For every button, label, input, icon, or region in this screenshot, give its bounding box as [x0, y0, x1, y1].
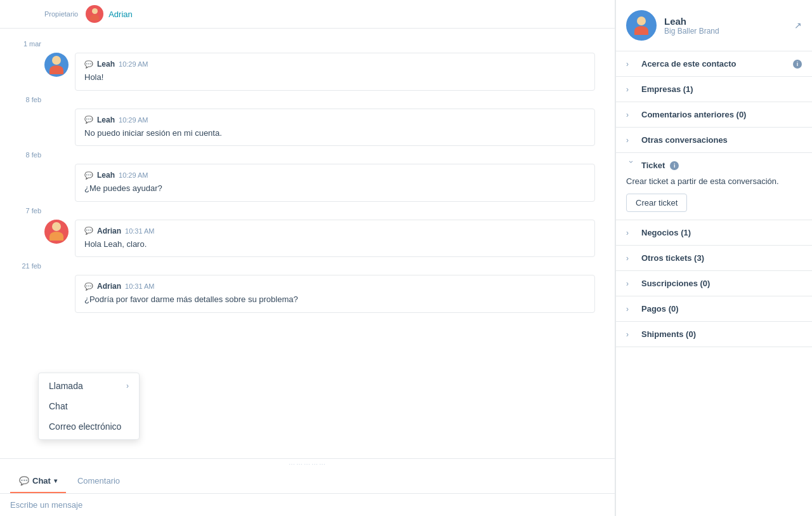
ticket-section-title: Ticket: [641, 161, 665, 170]
section-comentarios[interactable]: › Comentarios anteriores (0): [616, 102, 812, 128]
info-icon-acerca[interactable]: i: [793, 60, 802, 69]
message-bubble-5: 💬 Adrian 10:31 AM ¿Podría por favor darm…: [75, 275, 595, 313]
message-header-3: 💬 Leah 10:29 AM: [84, 171, 586, 180]
date-row-2: 8 feb: [44, 96, 602, 103]
section-title-pagos: Pagos (0): [641, 304, 802, 314]
message-input-placeholder[interactable]: Escribe un mensaje: [0, 494, 615, 516]
message-bubble-4: 💬 Adrian 10:31 AM Hola Leah, claro.: [75, 220, 595, 258]
section-title-shipments: Shipments (0): [641, 329, 802, 339]
message-header-5: 💬 Adrian 10:31 AM: [84, 282, 586, 291]
chat-panel: Propietario Adrian 1 mar 💬: [0, 0, 615, 516]
leah-avatar-1: [44, 53, 69, 77]
external-link-icon[interactable]: ↗: [794, 20, 802, 30]
contact-header: Leah Big Baller Brand ↗: [616, 0, 812, 51]
dropdown-item-correo[interactable]: Correo electrónico: [39, 416, 139, 437]
ticket-description: Crear ticket a partir de esta conversaci…: [626, 176, 802, 186]
chevron-ticket: ›: [627, 161, 636, 171]
empresas-count: (1): [683, 84, 693, 94]
chat-tabs: 💬 Chat ▾ Comentario: [0, 470, 615, 494]
info-icon-ticket[interactable]: i: [670, 161, 679, 170]
message-group-5: 💬 Adrian 10:31 AM ¿Podría por favor darm…: [44, 275, 602, 313]
owner-name-link[interactable]: Adrian: [108, 10, 133, 19]
section-pagos[interactable]: › Pagos (0): [616, 296, 812, 322]
message-author-1: Leah: [97, 60, 115, 69]
dropdown-label-correo: Correo electrónico: [49, 421, 121, 432]
owner-row: Propietario Adrian: [0, 0, 615, 29]
message-bubble-3: 💬 Leah 10:29 AM ¿Me puedes ayudar?: [75, 164, 595, 202]
section-otras[interactable]: › Otras conversaciones: [616, 128, 812, 153]
message-group-1: 💬 Leah 10:29 AM Hola!: [44, 53, 602, 91]
contact-company: Big Baller Brand: [664, 27, 787, 36]
chat-icon-5: 💬: [84, 282, 93, 291]
date-label-2: 8 feb: [10, 96, 41, 103]
chevron-empresas: ›: [626, 85, 636, 94]
chevron-comentarios: ›: [626, 110, 636, 119]
chat-icon-4: 💬: [84, 227, 93, 235]
chat-icon-2: 💬: [84, 116, 93, 124]
chat-input-area: ⋯⋯⋯⋯⋯ 💬 Chat ▾ Comentario Escribe un men…: [0, 458, 615, 516]
create-ticket-button[interactable]: Crear ticket: [626, 194, 687, 212]
message-time-1: 10:29 AM: [119, 60, 148, 68]
dropdown-item-llamada[interactable]: Llamada ›: [39, 376, 139, 396]
message-time-4: 10:31 AM: [125, 227, 154, 235]
chat-tab-icon: 💬: [19, 476, 29, 486]
date-label-3: 8 feb: [10, 151, 41, 159]
contact-name: Leah: [664, 16, 787, 27]
section-title-otros-tickets: Otros tickets (3): [641, 253, 802, 263]
chat-icon-3: 💬: [84, 171, 93, 180]
dropdown-label-llamada: Llamada: [49, 381, 83, 391]
message-text-1: Hola!: [84, 71, 586, 84]
tab-chat[interactable]: 💬 Chat ▾: [10, 470, 66, 493]
section-title-comentarios: Comentarios anteriores (0): [641, 110, 802, 119]
comentarios-count: (0): [737, 110, 747, 119]
message-author-3: Leah: [97, 171, 115, 180]
message-bubble-2: 💬 Leah 10:29 AM No puedo iniciar sesión …: [75, 109, 595, 147]
section-empresas[interactable]: › Empresas (1): [616, 77, 812, 102]
section-title-empresas: Empresas (1): [641, 84, 802, 94]
dropdown-label-chat: Chat: [49, 401, 68, 411]
tab-comentario[interactable]: Comentario: [69, 470, 129, 493]
action-dropdown-menu: Llamada › Chat Correo electrónico: [38, 373, 140, 440]
section-suscripciones[interactable]: › Suscripciones (0): [616, 271, 812, 296]
drag-dots-icon: ⋯⋯⋯⋯⋯: [289, 461, 327, 468]
tab-comentario-label: Comentario: [77, 476, 120, 486]
date-row-4: 7 feb: [44, 207, 602, 215]
adrian-avatar-4: [44, 220, 69, 244]
ticket-section-header[interactable]: › Ticket i: [626, 161, 802, 170]
date-label-1: 1 mar: [10, 40, 41, 48]
chevron-acerca: ›: [626, 60, 636, 69]
section-otros-tickets[interactable]: › Otros tickets (3): [616, 246, 812, 271]
section-acerca[interactable]: › Acerca de este contacto i: [616, 51, 812, 77]
message-author-5: Adrian: [97, 282, 121, 291]
message-group-3: 💬 Leah 10:29 AM ¿Me puedes ayudar?: [44, 164, 602, 202]
message-header-1: 💬 Leah 10:29 AM: [84, 60, 586, 69]
message-text-2: No puedo iniciar sesión en mi cuenta.: [84, 127, 586, 140]
section-title-negocios: Negocios (1): [641, 228, 802, 237]
owner-avatar: [86, 5, 103, 23]
message-text-4: Hola Leah, claro.: [84, 238, 586, 251]
date-row-1: 1 mar: [44, 40, 602, 48]
message-author-4: Adrian: [97, 227, 121, 235]
section-title-suscripciones: Suscripciones (0): [641, 279, 802, 288]
tab-chat-label: Chat: [32, 476, 51, 486]
dropdown-item-chat[interactable]: Chat: [39, 396, 139, 416]
owner-label: Propietario: [44, 10, 78, 18]
message-text-3: ¿Me puedes ayudar?: [84, 182, 586, 195]
date-label-5: 21 feb: [10, 262, 41, 270]
drag-handle[interactable]: ⋯⋯⋯⋯⋯: [0, 459, 615, 470]
chevron-otros-tickets: ›: [626, 254, 636, 263]
message-author-2: Leah: [97, 116, 115, 124]
section-shipments[interactable]: › Shipments (0): [616, 322, 812, 347]
bottom-spacer: [44, 318, 602, 381]
chevron-shipments: ›: [626, 330, 636, 339]
ticket-section: › Ticket i Crear ticket a partir de esta…: [616, 153, 812, 220]
message-text-5: ¿Podría por favor darme más detalles sob…: [84, 293, 586, 306]
date-row-5: 21 feb: [44, 262, 602, 270]
section-negocios[interactable]: › Negocios (1): [616, 220, 812, 246]
message-time-5: 10:31 AM: [125, 282, 154, 290]
message-header-2: 💬 Leah 10:29 AM: [84, 116, 586, 124]
right-panel: Leah Big Baller Brand ↗ › Acerca de este…: [615, 0, 812, 516]
message-group-4: 💬 Adrian 10:31 AM Hola Leah, claro.: [44, 220, 602, 258]
message-bubble-1: 💬 Leah 10:29 AM Hola!: [75, 53, 595, 91]
chat-tab-arrow: ▾: [54, 477, 57, 484]
